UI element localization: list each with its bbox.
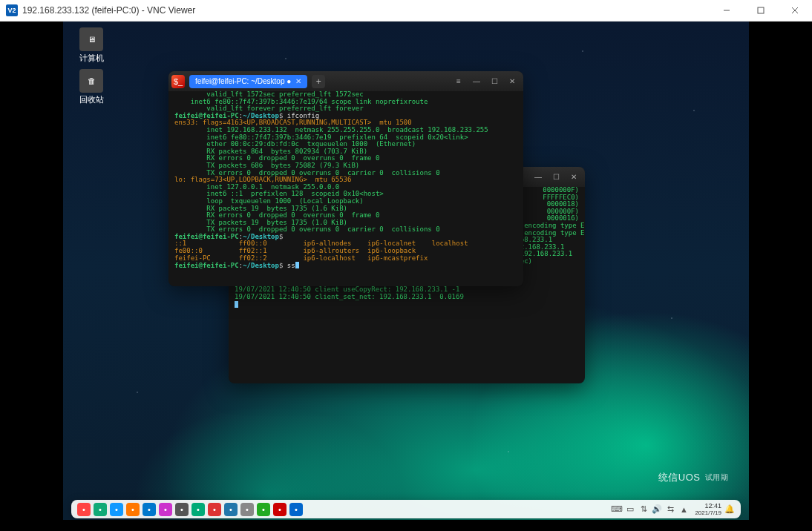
terminal-output[interactable]: valid_lft 1572sec preferred_lft 1572sec … bbox=[168, 91, 523, 273]
active-tab[interactable]: feifei@feifei-PC: ~/Desktop ● ✕ bbox=[189, 75, 307, 88]
tray-desktop-icon[interactable]: ▭ bbox=[625, 504, 635, 515]
tray-volume-icon[interactable]: 🔊 bbox=[652, 504, 662, 515]
terminal-close-button[interactable]: ✕ bbox=[504, 73, 520, 90]
dock-app-music[interactable]: • bbox=[159, 503, 172, 516]
dock-app-store[interactable]: • bbox=[191, 503, 205, 516]
terminal-minimize-button[interactable]: — bbox=[468, 73, 485, 90]
dock-app-terminal[interactable]: • bbox=[273, 503, 287, 516]
terminal-minimize-button[interactable]: — bbox=[530, 169, 546, 185]
tray-tray-up-icon[interactable]: ▲ bbox=[678, 504, 689, 515]
desktop-icon-label: 计算机 bbox=[79, 53, 104, 62]
dock-apps: •••••••••••••• bbox=[77, 503, 303, 516]
desktop-icon-trash[interactable]: 🗑 回收站 bbox=[73, 69, 109, 105]
svg-rect-1 bbox=[758, 7, 764, 13]
desktop-wallpaper: 🖥 计算机 🗑 回收站 — ☐ ✕ 0000000F)FFFFFEC0)0000… bbox=[63, 22, 749, 520]
remote-desktop: 🖥 计算机 🗑 回收站 — ☐ ✕ 0000000F)FFFFFEC0)0000… bbox=[0, 22, 812, 531]
terminal-app-icon: $_ bbox=[171, 75, 185, 88]
tab-close-icon[interactable]: ✕ bbox=[295, 75, 301, 88]
dock-clock[interactable]: 12:412021/7/19 bbox=[695, 502, 721, 517]
vnc-logo-icon: V2 bbox=[6, 4, 18, 16]
window-controls bbox=[710, 0, 812, 22]
dock-app-dev[interactable]: • bbox=[289, 503, 303, 516]
computer-icon: 🖥 bbox=[79, 27, 103, 51]
new-tab-button[interactable]: + bbox=[312, 75, 325, 88]
dock-app-help[interactable]: • bbox=[224, 503, 238, 516]
dock-app-files[interactable]: • bbox=[94, 503, 107, 516]
dock-app-launcher[interactable]: • bbox=[77, 503, 91, 516]
minimize-button[interactable] bbox=[710, 0, 744, 22]
dock-app-settings[interactable]: • bbox=[175, 503, 189, 516]
dock-app-chat[interactable]: • bbox=[126, 503, 140, 516]
window-title: 192.168.233.132 (feifei-PC:0) - VNC View… bbox=[22, 5, 195, 16]
dock-app-browser[interactable]: • bbox=[110, 503, 123, 516]
desktop-icon-computer[interactable]: 🖥 计算机 bbox=[73, 27, 109, 64]
terminal-tabbar: $_ feifei@feifei-PC: ~/Desktop ● ✕ + ≡ —… bbox=[168, 71, 523, 91]
tray-usb-icon[interactable]: ⇅ bbox=[638, 504, 649, 515]
tab-label: feifei@feifei-PC: ~/Desktop ● bbox=[195, 75, 291, 88]
watermark-brand: 统信UOS bbox=[658, 471, 701, 484]
maximize-button[interactable] bbox=[744, 0, 778, 22]
vnc-window-titlebar: V2 192.168.233.132 (feifei-PC:0) - VNC V… bbox=[0, 0, 812, 22]
tray-network-icon[interactable]: ⇆ bbox=[665, 504, 675, 515]
dock-app-camera[interactable]: • bbox=[240, 503, 254, 516]
terminal-menu-button[interactable]: ≡ bbox=[451, 73, 467, 90]
dock-tray: ⌨▭⇅🔊⇆▲12:412021/7/19🔔 bbox=[612, 502, 735, 517]
close-button[interactable] bbox=[778, 0, 812, 22]
watermark-suffix: 试用期 bbox=[705, 472, 729, 483]
terminal-window-ifconfig[interactable]: $_ feifei@feifei-PC: ~/Desktop ● ✕ + ≡ —… bbox=[168, 71, 523, 286]
dock-app-media[interactable]: • bbox=[143, 503, 156, 516]
terminal-maximize-button[interactable]: ☐ bbox=[486, 73, 502, 90]
tray-keyboard-icon[interactable]: ⌨ bbox=[612, 504, 622, 515]
trash-icon: 🗑 bbox=[79, 69, 103, 93]
tray-notifications-icon[interactable]: 🔔 bbox=[724, 504, 735, 515]
dock-app-screenshot[interactable]: • bbox=[257, 503, 270, 516]
os-watermark: 统信UOS 试用期 bbox=[658, 471, 728, 484]
desktop-icon-label: 回收站 bbox=[79, 95, 104, 104]
dock-panel: •••••••••••••• ⌨▭⇅🔊⇆▲12:412021/7/19🔔 bbox=[71, 500, 741, 518]
dock: •••••••••••••• ⌨▭⇅🔊⇆▲12:412021/7/19🔔 bbox=[63, 498, 749, 520]
dock-app-mail[interactable]: • bbox=[208, 503, 221, 516]
terminal-close-button[interactable]: ✕ bbox=[566, 169, 582, 185]
terminal-maximize-button[interactable]: ☐ bbox=[548, 169, 564, 185]
